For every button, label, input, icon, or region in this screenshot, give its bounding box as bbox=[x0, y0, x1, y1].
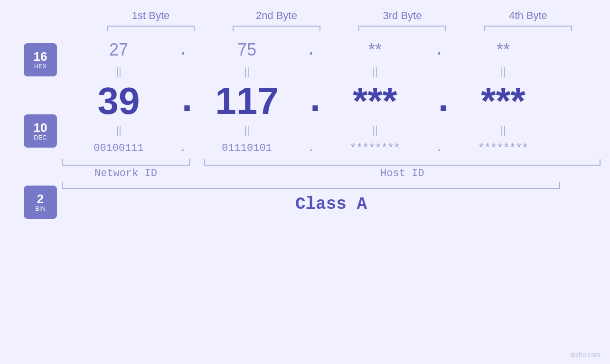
hex-d3: . bbox=[432, 40, 446, 60]
eq2-b3: || bbox=[318, 122, 432, 139]
hex-row: 27 . 75 . ** . ** bbox=[62, 36, 601, 64]
full-bottom-bracket bbox=[62, 182, 560, 189]
eq2-b2: || bbox=[190, 122, 304, 139]
byte2-header: 2nd Byte bbox=[220, 9, 334, 22]
eq1-b2: || bbox=[190, 64, 304, 80]
dec-row: 39 . 117 . *** . *** bbox=[62, 80, 601, 122]
network-bracket bbox=[62, 159, 190, 166]
bracket-top-1 bbox=[107, 26, 195, 31]
dec-b3: *** bbox=[318, 80, 432, 122]
bottom-bracket-row bbox=[62, 159, 601, 166]
bin-badge-label: BIN bbox=[35, 205, 46, 212]
dec-badge: 10 DEC bbox=[24, 114, 57, 148]
host-bracket bbox=[204, 159, 601, 166]
dec-d2: . bbox=[304, 82, 318, 120]
bin-badge-num: 2 bbox=[37, 193, 44, 205]
host-id-label: Host ID bbox=[204, 168, 601, 179]
dec-d1: . bbox=[176, 82, 190, 120]
eq1-b4: || bbox=[446, 64, 560, 80]
watermark: ipshu.com bbox=[570, 351, 601, 358]
eq1-b3: || bbox=[318, 64, 432, 80]
byte3-header: 3rd Byte bbox=[346, 9, 460, 22]
data-area: 27 . 75 . ** . ** || || || || 39 bbox=[62, 36, 601, 214]
bin-badge: 2 BIN bbox=[24, 186, 57, 219]
hex-b4: ** bbox=[446, 36, 560, 64]
dec-badge-num: 10 bbox=[34, 121, 47, 134]
dec-d3: . bbox=[432, 82, 446, 120]
hex-d1: . bbox=[176, 40, 190, 60]
labels-row: Network ID Host ID bbox=[62, 168, 601, 179]
hex-b1: 27 bbox=[62, 36, 176, 64]
class-label: Class A bbox=[295, 195, 367, 214]
bin-b1: 00100111 bbox=[62, 139, 176, 158]
hex-badge-num: 16 bbox=[34, 50, 47, 63]
hex-d2: . bbox=[304, 40, 318, 60]
bin-d2: . bbox=[304, 142, 318, 154]
equals-row-2: || || || || bbox=[62, 122, 601, 139]
eq1-b1: || bbox=[62, 64, 176, 80]
main-container: 1st Byte 2nd Byte 3rd Byte 4th Byte 16 H… bbox=[0, 0, 610, 364]
dec-b1: 39 bbox=[62, 80, 176, 122]
bin-d3: . bbox=[432, 142, 446, 154]
bin-d1: . bbox=[176, 142, 190, 154]
hex-b3: ** bbox=[318, 36, 432, 64]
badges-column: 16 HEX 10 DEC 2 BIN bbox=[19, 41, 62, 219]
dec-badge-label: DEC bbox=[34, 134, 47, 141]
dec-b2: 117 bbox=[190, 80, 304, 122]
bin-row: 00100111 . 01110101 . ******** . *******… bbox=[62, 139, 601, 158]
network-id-label: Network ID bbox=[62, 168, 190, 179]
dec-b4: *** bbox=[446, 80, 560, 122]
bracket-top-3 bbox=[358, 26, 446, 31]
bin-b3: ******** bbox=[318, 139, 432, 158]
class-row: Class A bbox=[62, 195, 601, 214]
bin-b4: ******** bbox=[446, 139, 560, 158]
bin-b2: 01110101 bbox=[190, 139, 304, 158]
byte4-header: 4th Byte bbox=[471, 9, 585, 22]
hex-badge-label: HEX bbox=[34, 63, 47, 70]
hex-badge: 16 HEX bbox=[24, 43, 57, 76]
byte1-header: 1st Byte bbox=[94, 9, 208, 22]
equals-row-1: || || || || bbox=[62, 64, 601, 80]
eq2-b1: || bbox=[62, 122, 176, 139]
bracket-top-2 bbox=[233, 26, 320, 31]
bracket-top-4 bbox=[484, 26, 572, 31]
hex-b2: 75 bbox=[190, 36, 304, 64]
eq2-b4: || bbox=[446, 122, 560, 139]
